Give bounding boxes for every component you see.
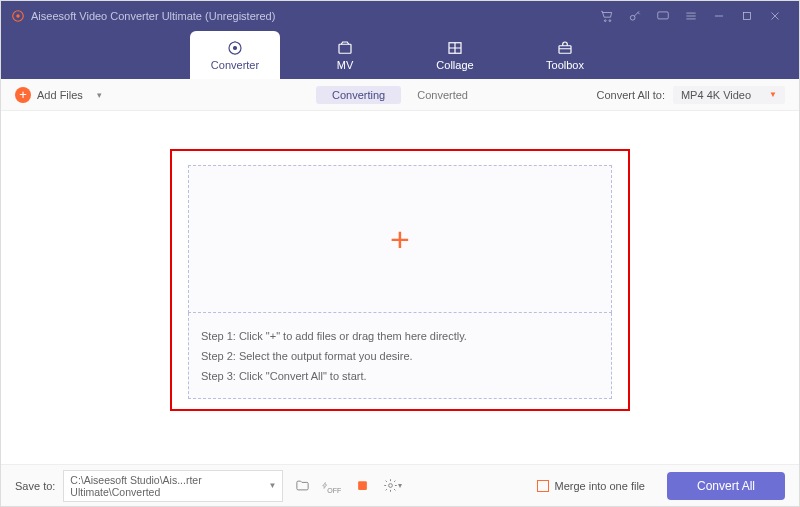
svg-rect-9 [339,44,351,53]
collage-icon [446,39,464,57]
settings-icon[interactable]: ▾ [381,476,403,496]
seg-converted[interactable]: Converted [401,86,484,104]
svg-rect-6 [744,13,751,20]
svg-rect-11 [559,46,571,54]
convert-all-button[interactable]: Convert All [667,472,785,500]
maximize-icon[interactable] [733,1,761,31]
add-plus-icon: + [390,222,410,256]
main-tabs: Converter MV Collage Toolbox [1,31,799,79]
open-folder-icon[interactable] [291,476,313,496]
status-segmented: Converting Converted [316,86,484,104]
save-path-select[interactable]: C:\Aiseesoft Studio\Ais...rter Ultimate\… [63,470,283,502]
content-area: + Step 1: Click "+" to add files or drag… [1,111,799,464]
tab-mv[interactable]: MV [300,31,390,79]
format-value: MP4 4K Video [681,89,751,101]
app-title: Aiseesoft Video Converter Ultimate (Unre… [31,10,275,22]
chevron-down-icon[interactable]: ▾ [97,90,102,100]
app-window: Aiseesoft Video Converter Ultimate (Unre… [0,0,800,507]
chevron-down-icon: ▼ [769,90,777,99]
app-logo-icon [11,9,25,23]
footer-bar: Save to: C:\Aiseesoft Studio\Ais...rter … [1,464,799,506]
title-bar: Aiseesoft Video Converter Ultimate (Unre… [1,1,799,31]
svg-point-3 [609,20,611,22]
convert-all-to-label: Convert All to: [596,89,664,101]
minimize-icon[interactable] [705,1,733,31]
merge-checkbox[interactable]: Merge into one file [537,480,645,492]
instruction-steps: Step 1: Click "+" to add files or drag t… [188,313,612,399]
drop-zone[interactable]: + [188,165,612,313]
step-1: Step 1: Click "+" to add files or drag t… [201,330,599,342]
chevron-down-icon: ▼ [268,481,276,490]
menu-icon[interactable] [677,1,705,31]
save-path-value: C:\Aiseesoft Studio\Ais...rter Ultimate\… [70,474,268,498]
highlight-box: + Step 1: Click "+" to add files or drag… [170,149,630,411]
step-3: Step 3: Click "Convert All" to start. [201,370,599,382]
toolbox-icon [556,39,574,57]
tab-toolbox[interactable]: Toolbox [520,31,610,79]
svg-point-2 [604,20,606,22]
svg-point-8 [234,47,237,50]
mv-icon [336,39,354,57]
step-2: Step 2: Select the output format you des… [201,350,599,362]
svg-point-4 [630,15,635,20]
save-to-label: Save to: [15,480,55,492]
svg-rect-12 [358,481,367,490]
key-icon[interactable] [621,1,649,31]
tab-label: Collage [436,59,473,71]
plus-icon: + [15,87,31,103]
checkbox-icon [537,480,549,492]
gpu-accel-icon[interactable] [351,476,373,496]
output-format-select[interactable]: MP4 4K Video ▼ [673,86,785,104]
add-files-button[interactable]: + Add Files ▾ [15,87,102,103]
tab-label: Toolbox [546,59,584,71]
close-icon[interactable] [761,1,789,31]
merge-label: Merge into one file [554,480,645,492]
secondary-toolbar: + Add Files ▾ Converting Converted Conve… [1,79,799,111]
tab-label: Converter [211,59,259,71]
tab-collage[interactable]: Collage [410,31,500,79]
tab-converter[interactable]: Converter [190,31,280,79]
feedback-icon[interactable] [649,1,677,31]
high-speed-icon[interactable]: OFF [321,476,343,496]
cart-icon[interactable] [593,1,621,31]
converter-icon [226,39,244,57]
svg-point-1 [16,14,20,18]
tab-label: MV [337,59,354,71]
svg-point-13 [388,484,392,488]
seg-converting[interactable]: Converting [316,86,401,104]
add-files-label: Add Files [37,89,83,101]
